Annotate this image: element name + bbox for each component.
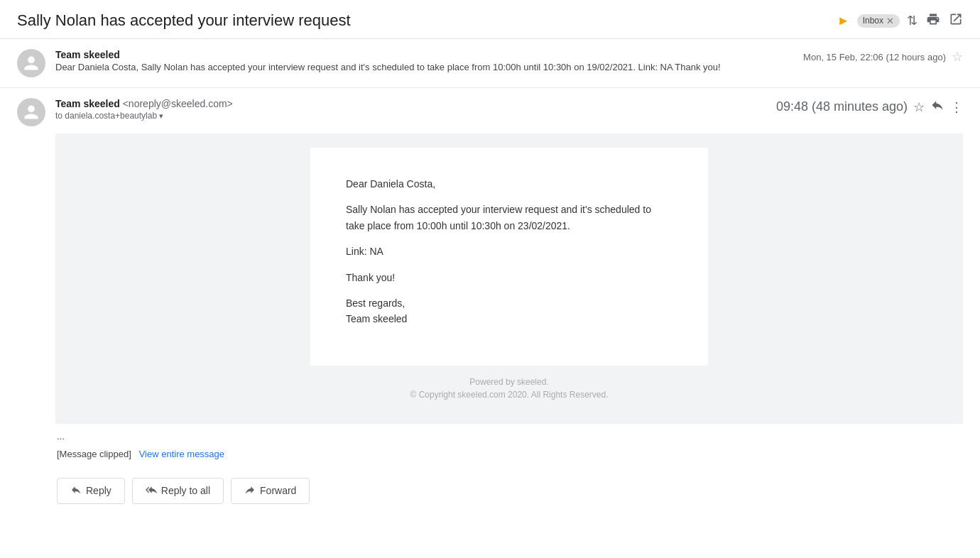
email-link-line: Link: NA xyxy=(346,244,673,259)
email-para1: Sally Nolan has accepted your interview … xyxy=(346,202,673,234)
second-message-meta: Team skeeled <noreply@skeeled.com> to da… xyxy=(55,98,766,121)
powered-by: Powered by skeeled. xyxy=(55,366,963,390)
reply-icon[interactable] xyxy=(930,98,944,116)
to-dropdown-arrow[interactable]: ▾ xyxy=(159,111,163,121)
inbox-badge[interactable]: Inbox ✕ xyxy=(857,14,900,28)
more-options-icon[interactable]: ⋮ xyxy=(950,99,963,115)
copyright: © Copyright skeeled.com 2020. All Rights… xyxy=(55,390,963,410)
email-subject: Sally Nolan has accepted your interview … xyxy=(17,11,830,30)
first-sender-name: Team skeeled xyxy=(55,49,793,60)
email-thankyou: Thank you! xyxy=(346,270,673,285)
inbox-badge-close[interactable]: ✕ xyxy=(886,16,894,26)
first-message-content: Team skeeled Dear Daniela Costa, Sally N… xyxy=(55,49,793,72)
view-entire-message-link[interactable]: View entire message xyxy=(139,449,224,459)
email-regards: Best regards, Team skeeled xyxy=(346,295,673,327)
open-external-icon[interactable] xyxy=(949,12,963,30)
email-body-outer: Dear Daniela Costa, Sally Nolan has acce… xyxy=(55,133,963,424)
forward-button[interactable]: Forward xyxy=(231,478,310,504)
avatar-second xyxy=(17,98,45,126)
email-header: Sally Nolan has accepted your interview … xyxy=(0,0,980,39)
email-body-inner: Dear Daniela Costa, Sally Nolan has acce… xyxy=(310,148,708,366)
second-message-to: to daniela.costa+beautylab ▾ xyxy=(55,111,766,121)
second-message-actions: 09:48 (48 minutes ago) ☆ ⋮ xyxy=(776,98,963,116)
second-sender-email: <noreply@skeeled.com> xyxy=(123,98,233,109)
sort-icon[interactable]: ⇅ xyxy=(907,13,918,28)
reply-all-button[interactable]: Reply to all xyxy=(132,478,224,504)
label-arrow-icon: ► xyxy=(837,13,850,28)
message-clipped-line: [Message clipped] View entire message xyxy=(0,444,980,471)
second-star-icon[interactable]: ☆ xyxy=(913,99,925,115)
first-message-snippet: Dear Daniela Costa, Sally Nolan has acce… xyxy=(55,62,793,72)
first-star-icon[interactable]: ☆ xyxy=(952,49,963,65)
email-greeting: Dear Daniela Costa, xyxy=(346,176,673,192)
second-message-header: Team skeeled <noreply@skeeled.com> to da… xyxy=(17,88,963,133)
action-buttons: Reply Reply to all Forward xyxy=(0,471,980,525)
clipped-ellipsis: ... xyxy=(0,424,980,444)
first-message-time: Mon, 15 Feb, 22:06 (12 hours ago) xyxy=(803,52,946,62)
reply-all-btn-icon xyxy=(146,484,157,498)
inbox-badge-label: Inbox xyxy=(863,16,883,26)
print-icon[interactable] xyxy=(926,12,940,30)
header-actions: ⇅ xyxy=(907,12,963,30)
second-sender-line: Team skeeled <noreply@skeeled.com> xyxy=(55,98,766,109)
avatar-first xyxy=(17,49,45,77)
forward-btn-icon xyxy=(244,484,256,498)
second-sender-name: Team skeeled xyxy=(55,98,120,109)
first-message-summary: Team skeeled Dear Daniela Costa, Sally N… xyxy=(0,39,980,88)
second-message-time: 09:48 (48 minutes ago) xyxy=(776,99,908,114)
reply-button[interactable]: Reply xyxy=(57,478,125,504)
second-message-expanded: Team skeeled <noreply@skeeled.com> to da… xyxy=(0,88,980,424)
reply-btn-icon xyxy=(70,484,82,498)
